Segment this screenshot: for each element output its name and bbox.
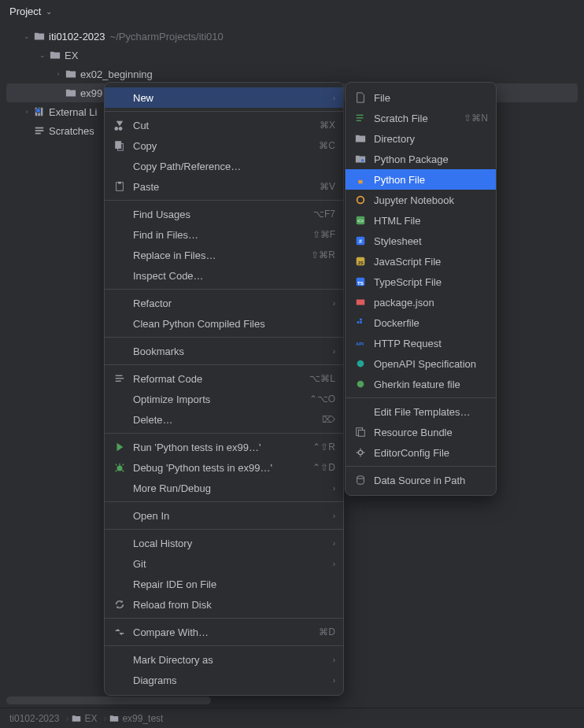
submenu-html[interactable]: <>HTML File	[346, 210, 496, 231]
tree-label: iti0102-2023	[49, 31, 105, 42]
tree-root[interactable]: ⌄ iti0102-2023 ~/PycharmProjects/iti010	[0, 27, 584, 46]
folder-icon	[65, 68, 77, 80]
npm-icon	[353, 296, 368, 309]
separator	[105, 501, 343, 502]
svg-text:<>: <>	[357, 218, 364, 224]
submenu-http[interactable]: APIHTTP Request	[346, 333, 496, 353]
menu-cut[interactable]: Cut⌘X	[105, 115, 343, 135]
svg-rect-29	[360, 321, 362, 323]
database-icon	[353, 474, 368, 486]
menu-reformat[interactable]: Reformat Code⌥⌘L	[105, 368, 343, 389]
breadcrumb[interactable]: ti0102-2023 › EX › ex99_test	[0, 708, 584, 728]
separator	[105, 200, 343, 201]
submenu-scratch[interactable]: Scratch File⇧⌘N	[346, 108, 496, 128]
svg-rect-4	[35, 130, 44, 131]
svg-point-33	[357, 381, 364, 388]
chevron-down-icon: ⌄	[20, 32, 33, 40]
submenu-py-package[interactable]: Python Package	[346, 149, 496, 169]
folder-icon	[72, 714, 81, 723]
svg-rect-5	[35, 133, 41, 135]
menu-reload[interactable]: Reload from Disk	[105, 594, 343, 615]
tree-item-ex02[interactable]: › ex02_beginning	[0, 65, 584, 83]
submenu-editorconfig[interactable]: EditorConfig File	[346, 442, 496, 463]
tree-label: Scratches	[49, 125, 94, 137]
menu-new[interactable]: New ›	[105, 87, 343, 108]
project-title: Project	[9, 6, 41, 17]
openapi-icon	[353, 357, 368, 370]
svg-rect-11	[116, 378, 124, 379]
svg-rect-9	[118, 182, 121, 184]
menu-find-usages[interactable]: Find Usages⌥F7	[105, 204, 343, 224]
menu-repair[interactable]: Repair IDE on File	[105, 574, 343, 594]
submenu-resource-bundle[interactable]: Resource Bundle	[346, 422, 496, 442]
menu-mark-dir[interactable]: Mark Directory as›	[105, 649, 343, 670]
svg-rect-28	[357, 321, 360, 323]
menu-clean-py[interactable]: Clean Python Compiled Files	[105, 313, 343, 334]
submenu-openapi[interactable]: OpenAPI Specification	[346, 353, 496, 374]
svg-point-18	[357, 197, 364, 204]
svg-rect-3	[35, 127, 44, 129]
svg-point-17	[361, 159, 364, 162]
separator	[105, 529, 343, 530]
svg-text:API: API	[356, 341, 364, 346]
menu-refactor[interactable]: Refactor›	[105, 293, 343, 313]
submenu-dockerfile[interactable]: Dockerfile	[346, 312, 496, 333]
menu-replace-files[interactable]: Replace in Files…⇧⌘R	[105, 245, 343, 265]
svg-rect-6	[116, 142, 121, 149]
submenu-file[interactable]: File	[346, 87, 496, 108]
menu-inspect[interactable]: Inspect Code…	[105, 265, 343, 286]
menu-optimize[interactable]: Optimize Imports⌃⌥O	[105, 389, 343, 409]
python-icon	[353, 173, 368, 186]
tree-item-ex[interactable]: ⌄ EX	[0, 46, 584, 65]
svg-text:TS: TS	[357, 280, 364, 286]
menu-find-files[interactable]: Find in Files…⇧⌘F	[105, 224, 343, 245]
gear-icon	[353, 446, 368, 459]
menu-local-history[interactable]: Local History›	[105, 533, 343, 553]
submenu-edit-templates[interactable]: Edit File Templates…	[346, 401, 496, 422]
submenu-jupyter[interactable]: Jupyter Notebook	[346, 190, 496, 210]
submenu-datasource[interactable]: Data Source in Path	[346, 470, 496, 490]
submenu-package-json[interactable]: package.json	[346, 292, 496, 312]
submenu-directory[interactable]: Directory	[346, 128, 496, 149]
submenu-ts[interactable]: TSTypeScript File	[346, 272, 496, 292]
tree-path: ~/PycharmProjects/iti010	[110, 31, 224, 42]
chevron-right-icon: ›	[65, 713, 68, 724]
menu-open-in[interactable]: Open In›	[105, 505, 343, 526]
separator	[105, 289, 343, 290]
separator	[105, 433, 343, 434]
menu-copy-path[interactable]: Copy Path/Reference…	[105, 156, 343, 176]
svg-rect-2	[41, 108, 43, 116]
bundle-icon	[353, 426, 368, 438]
horizontal-scrollbar[interactable]	[6, 697, 211, 704]
menu-diagrams[interactable]: Diagrams›	[105, 670, 343, 690]
paste-icon	[113, 180, 127, 193]
chevron-right-icon: ›	[333, 539, 335, 548]
menu-git[interactable]: Git›	[105, 553, 343, 574]
folder-icon	[33, 30, 46, 42]
svg-rect-27	[357, 300, 365, 305]
compare-icon	[113, 626, 127, 638]
svg-point-36	[358, 450, 362, 454]
menu-paste[interactable]: Paste⌘V	[105, 176, 343, 197]
http-icon: API	[353, 337, 368, 349]
menu-debug[interactable]: Debug 'Python tests in ex99…'⌃⇧D	[105, 457, 343, 478]
menu-run[interactable]: Run 'Python tests in ex99…'⌃⇧R	[105, 437, 343, 457]
menu-more-run[interactable]: More Run/Debug›	[105, 478, 343, 498]
separator	[346, 397, 496, 398]
menu-compare[interactable]: Compare With…⌘D	[105, 622, 343, 642]
chevron-down-icon: ⌄	[46, 7, 52, 16]
menu-bookmarks[interactable]: Bookmarks›	[105, 341, 343, 361]
project-header[interactable]: Project ⌄	[0, 0, 584, 22]
svg-rect-15	[357, 117, 364, 118]
jupyter-icon	[353, 194, 368, 206]
submenu-js[interactable]: JSJavaScript File	[346, 251, 496, 272]
copy-icon	[113, 139, 127, 152]
submenu-stylesheet[interactable]: #Stylesheet	[346, 231, 496, 251]
folder-icon	[65, 87, 77, 99]
menu-copy[interactable]: Copy⌘C	[105, 135, 343, 156]
menu-delete[interactable]: Delete…⌦	[105, 409, 343, 430]
submenu-gherkin[interactable]: Gherkin feature file	[346, 374, 496, 394]
svg-rect-10	[116, 375, 123, 376]
css-icon: #	[353, 235, 368, 247]
submenu-py-file[interactable]: Python File	[346, 169, 496, 190]
